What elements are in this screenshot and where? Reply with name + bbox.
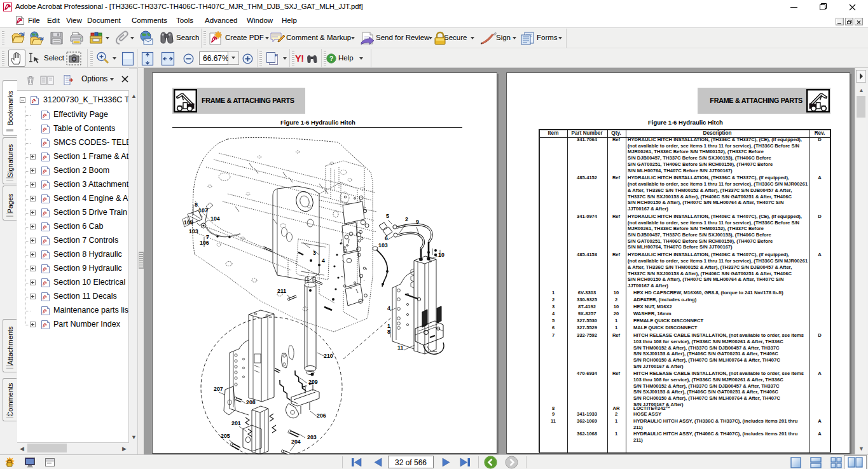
svg-text:5: 5: [386, 213, 389, 219]
svg-text:9: 9: [416, 219, 419, 225]
svg-text:2: 2: [405, 216, 408, 222]
svg-text:11: 11: [397, 344, 403, 351]
svg-text:201: 201: [231, 420, 241, 426]
svg-text:204: 204: [291, 438, 301, 445]
svg-text:207: 207: [214, 386, 223, 392]
svg-text:209: 209: [308, 379, 318, 385]
svg-text:103: 103: [378, 242, 388, 248]
svg-text:6: 6: [385, 235, 388, 241]
svg-text:211: 211: [277, 288, 286, 294]
svg-text:8: 8: [195, 201, 198, 208]
svg-text:3: 3: [313, 250, 316, 256]
svg-text:208: 208: [246, 399, 256, 405]
svg-text:106: 106: [200, 240, 209, 246]
svg-text:8: 8: [387, 329, 390, 335]
svg-text:4: 4: [387, 305, 390, 311]
svg-text:210: 210: [324, 353, 333, 359]
svg-text:?: ?: [329, 55, 333, 62]
svg-text:206: 206: [317, 412, 326, 419]
svg-text:205: 205: [221, 433, 230, 439]
svg-text:104: 104: [210, 215, 220, 222]
svg-text:203: 203: [307, 434, 317, 440]
svg-text:10: 10: [438, 252, 444, 258]
svg-text:4: 4: [322, 257, 325, 264]
svg-text:107: 107: [198, 207, 208, 214]
svg-text:108: 108: [184, 219, 193, 226]
svg-text:103: 103: [189, 228, 198, 234]
